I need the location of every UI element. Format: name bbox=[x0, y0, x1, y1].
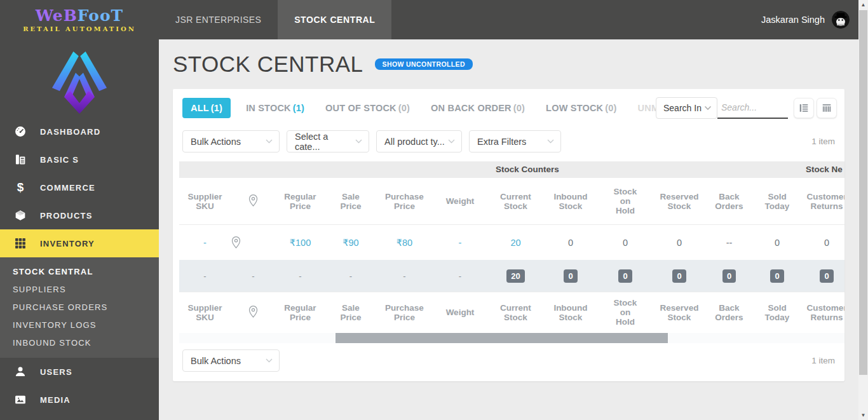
filter-extra-filters-dropdown[interactable]: Extra Filters bbox=[469, 130, 561, 152]
footer-column-header-current-stock: Current Stock bbox=[488, 303, 543, 322]
tab-label: ON BACK ORDER bbox=[431, 103, 512, 113]
page-scrollbar-thumb[interactable] bbox=[859, 10, 867, 375]
scroll-down-arrow-icon[interactable]: ▼ bbox=[858, 410, 868, 420]
brand-name: WeBFooT bbox=[36, 8, 123, 24]
avatar[interactable] bbox=[832, 11, 850, 29]
sidebar-item-label: PRODUCTS bbox=[40, 211, 93, 220]
list-view-button[interactable] bbox=[794, 98, 814, 118]
w-mark-logo-icon bbox=[0, 39, 159, 118]
total-badge: 0 bbox=[722, 269, 736, 283]
total-inbound-stock: 0 bbox=[543, 269, 598, 283]
filter-bulk-actions-dropdown[interactable]: Bulk Actions bbox=[182, 130, 280, 152]
tab-label: UNMAN bbox=[638, 103, 656, 113]
tabs-row: ALL(1)IN STOCK(1)OUT OF STOCK(0)ON BACK … bbox=[173, 89, 844, 121]
gauge-icon bbox=[13, 125, 27, 139]
total-customer-returns: 0 bbox=[802, 269, 844, 283]
nav-tab-stock-central[interactable]: STOCK CENTRAL bbox=[278, 0, 391, 39]
cell-location[interactable] bbox=[231, 236, 276, 249]
horizontal-scrollbar-thumb[interactable] bbox=[336, 333, 668, 343]
group-label-stock-counters: Stock Counters bbox=[496, 161, 559, 178]
cell-purchase-price[interactable]: ₹80 bbox=[377, 238, 432, 248]
media-icon bbox=[13, 393, 27, 407]
footer-column-header-inbound-stock: Inbound Stock bbox=[543, 303, 598, 322]
tab-low-stock[interactable]: LOW STOCK(0) bbox=[546, 103, 616, 113]
sidebar-item-basic-s[interactable]: BASIC S bbox=[0, 146, 159, 173]
view-toggle-buttons bbox=[788, 98, 837, 118]
user-menu[interactable]: Jaskaran Singh bbox=[761, 0, 858, 39]
nav-tab-jsr-enterprises[interactable]: JSR ENTERPRISES bbox=[159, 0, 278, 39]
sidebar-item-label: INVENTORY bbox=[40, 239, 95, 248]
sidebar-item-dashboard[interactable]: DASHBOARD bbox=[0, 118, 159, 146]
tab-in-stock[interactable]: IN STOCK(1) bbox=[246, 103, 304, 113]
sidebar-item-label: STOCK CENTRAL bbox=[13, 267, 93, 276]
sidebar-subitem-suppliers[interactable]: SUPPLIERS bbox=[0, 280, 159, 298]
sidebar-subitem-purchase-orders[interactable]: PURCHASE ORDERS bbox=[0, 298, 159, 316]
search-input[interactable] bbox=[717, 97, 788, 119]
total-dash: - bbox=[459, 271, 461, 281]
footer-column-header-supplier-sku: Supplier SKU bbox=[179, 303, 231, 322]
filter-all-product-ty-dropdown[interactable]: All product ty... bbox=[376, 130, 462, 152]
cell-supplier-sku[interactable]: - bbox=[179, 238, 231, 248]
sidebar-item-commerce[interactable]: $COMMERCE bbox=[0, 173, 159, 201]
total-badge: 20 bbox=[506, 269, 524, 283]
column-view-button[interactable] bbox=[817, 98, 837, 118]
total-current-stock: 20 bbox=[488, 269, 543, 283]
group-label-next-clipped: Stock Ne bbox=[806, 161, 843, 178]
tab-label: ALL bbox=[191, 103, 209, 113]
cell-weight[interactable]: - bbox=[432, 238, 488, 248]
location-pin-icon[interactable] bbox=[231, 236, 276, 249]
cell-sale-price[interactable]: ₹90 bbox=[325, 238, 377, 248]
total-regular-price: - bbox=[276, 270, 325, 281]
scroll-up-arrow-icon[interactable]: ▲ bbox=[858, 0, 868, 10]
item-count: 1 item bbox=[811, 137, 837, 146]
total-badge: 0 bbox=[672, 269, 686, 283]
footer-bulk-actions-dropdown[interactable]: Bulk Actions bbox=[182, 349, 280, 372]
chevron-down-icon bbox=[547, 139, 554, 144]
total-dash: - bbox=[349, 271, 352, 281]
cell-regular-price[interactable]: ₹100 bbox=[276, 238, 325, 248]
page-scrollbar[interactable]: ▲ ▼ bbox=[858, 0, 868, 420]
chevron-down-icon bbox=[266, 358, 273, 363]
total-dash: - bbox=[203, 271, 206, 281]
sidebar-subitem-stock-central[interactable]: STOCK CENTRAL bbox=[0, 262, 159, 280]
horizontal-scrollbar bbox=[179, 333, 844, 343]
nav-spacer bbox=[391, 0, 761, 39]
sidebar-subitem-inventory-logs[interactable]: INVENTORY LOGS bbox=[0, 316, 159, 334]
sidebar-subitem-inbound-stock[interactable]: INBOUND STOCK bbox=[0, 334, 159, 351]
brand-logo[interactable]: WeBFooT RETAIL AUTOMATION bbox=[0, 0, 159, 39]
list-view-icon bbox=[798, 102, 810, 114]
user-name: Jaskaran Singh bbox=[761, 15, 825, 25]
sidebar-item-media[interactable]: MEDIA bbox=[0, 386, 159, 414]
total-location: - bbox=[231, 270, 276, 281]
sidebar-item-products[interactable]: PRODUCTS bbox=[0, 201, 159, 229]
tab-on-back-order[interactable]: ON BACK ORDER(0) bbox=[431, 103, 525, 113]
tab-count: (0) bbox=[605, 103, 616, 113]
search-scope-dropdown[interactable]: Search In bbox=[656, 97, 717, 119]
sidebar-item-label: BASIC S bbox=[40, 155, 79, 165]
column-header-sale-price: Sale Price bbox=[325, 192, 377, 211]
filter-label: Extra Filters bbox=[477, 137, 526, 147]
sidebar-item-users[interactable]: USERS bbox=[0, 358, 159, 386]
tab-unman[interactable]: UNMAN bbox=[638, 103, 656, 113]
column-header-current-stock: Current Stock bbox=[488, 192, 543, 211]
column-header-location bbox=[231, 194, 276, 209]
footer-column-header-sold-today: Sold Today bbox=[752, 303, 802, 322]
column-header-reserved-stock: Reserved Stock bbox=[653, 192, 706, 211]
location-pin-icon bbox=[248, 305, 259, 318]
filter-select-a-cate-dropdown[interactable]: Select a cate... bbox=[287, 130, 369, 152]
column-view-icon bbox=[821, 102, 832, 114]
footer-column-header-back-orders: Back Orders bbox=[706, 303, 752, 322]
total-supplier-sku: - bbox=[179, 270, 231, 281]
user-icon bbox=[13, 365, 27, 379]
location-pin-icon bbox=[248, 194, 259, 207]
tab-label: LOW STOCK bbox=[546, 103, 603, 113]
sidebar-item-label: SUPPLIERS bbox=[13, 285, 66, 294]
show-uncontrolled-badge[interactable]: SHOW UNCONTROLLED bbox=[375, 58, 473, 70]
sidebar-item-inventory[interactable]: INVENTORY bbox=[0, 229, 159, 257]
sidebar-menu: DASHBOARDBASIC S$COMMERCEPRODUCTSINVENTO… bbox=[0, 118, 159, 257]
cell-current-stock[interactable]: 20 bbox=[488, 238, 543, 248]
main-content: STOCK CENTRAL SHOW UNCONTROLLED ALL(1)IN… bbox=[159, 39, 858, 420]
tab-all[interactable]: ALL(1) bbox=[182, 98, 231, 118]
tab-out-of-stock[interactable]: OUT OF STOCK(0) bbox=[325, 103, 410, 113]
sidebar-item-label: PURCHASE ORDERS bbox=[13, 302, 107, 312]
